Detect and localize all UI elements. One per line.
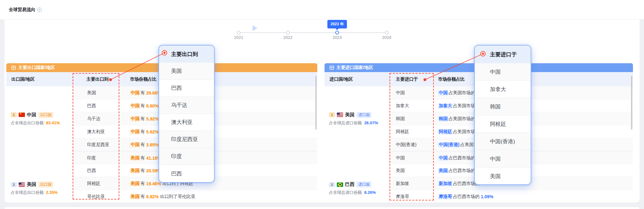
- popup-item: 美国: [159, 63, 214, 80]
- src-cell: 中国: [396, 86, 405, 99]
- importer-tag: 进口国: [356, 112, 372, 118]
- export-group-china: 1 中国 出口国 占全球总出口份额 83.41%: [6, 86, 73, 151]
- share-cell: 中国有3.65%出口到了印度尼西亚: [130, 138, 317, 151]
- export-col-country: 出口国/地区: [11, 72, 35, 86]
- share-cell: 美国有8.82%出口到了哥伦比亚: [130, 190, 317, 203]
- src-cell: 中国(香港): [396, 138, 416, 151]
- src-cell: 阿根廷: [396, 125, 409, 138]
- export-zoom-popup: 主要出口到 美国 巴西 乌干达 澳大利亚 印度尼西亚 印度 巴西: [158, 45, 215, 183]
- src-cell: 新加坡: [396, 177, 409, 190]
- dest-cell: 印度: [87, 151, 96, 164]
- dest-cell: 阿根廷: [87, 177, 100, 190]
- dest-cell: 巴西: [87, 99, 96, 112]
- dest-cell: 巴西: [87, 164, 96, 177]
- importer-tag: 进口国: [356, 181, 372, 187]
- popup-item: 阿根廷: [475, 115, 531, 133]
- dest-cell: 乌干达: [87, 112, 100, 125]
- share-cell: 新加坡占巴西市场的: [438, 177, 633, 190]
- exporter-tag: 出口国: [38, 181, 53, 187]
- next-section-edge: [4, 207, 640, 209]
- share-cell: 美国有19.46%出口到了阿根廷: [130, 177, 317, 190]
- import-group-usa: 1 美国 进口国 占全球总进口份额 26.07%: [325, 86, 389, 151]
- page-header: 全球贸易流向 !: [0, 0, 644, 20]
- popup-item: 印度: [159, 148, 214, 165]
- share-cell: 中国有29.66%出口到了美国: [130, 86, 317, 99]
- popup-item: 中国: [475, 63, 531, 81]
- global-share-value: 8.26%: [364, 190, 376, 195]
- timeline-year-label: 2024: [382, 35, 391, 40]
- play-icon[interactable]: [253, 25, 258, 31]
- share-cell: 韩国占美国市场的: [438, 112, 633, 125]
- share-cell: 摩洛哥占巴西市场的1.09%: [438, 190, 633, 203]
- brazil-flag-icon: [337, 182, 343, 187]
- import-table-scrollbar[interactable]: [631, 76, 632, 130]
- timeline-stop-2023[interactable]: [335, 31, 339, 34]
- src-cell: 加拿大: [396, 99, 409, 112]
- china-flag-icon: [19, 113, 25, 117]
- timeline-year-label: 2023: [333, 35, 342, 40]
- popup-item: 乌干达: [159, 97, 214, 114]
- share-cell: 美国有41.18%出口到了印度: [130, 151, 317, 164]
- share-cell: 中国占巴西市场的: [438, 151, 633, 164]
- import-zoom-popup: 主要进口于 中国 加拿大 韩国 阿根廷 中国(香港) 中国 美国: [474, 45, 531, 185]
- import-table-band-title: 主要进口国家/地区: [337, 65, 373, 71]
- country-name: 巴西: [345, 181, 355, 187]
- usa-flag-icon: [19, 182, 25, 187]
- timeline-stop-2024[interactable]: [385, 31, 389, 34]
- info-icon[interactable]: !: [37, 8, 42, 12]
- share-cell: 阿根廷占美国市场的: [438, 125, 633, 138]
- dest-cell: 美国: [87, 86, 96, 99]
- usa-flag-icon: [337, 113, 343, 117]
- share-cell: 美国占巴西市场的: [438, 164, 633, 177]
- share-cell: 中国有5.92%出口到了乌干达: [130, 112, 317, 125]
- share-cell: 中国有8.60%出口到了巴西: [130, 99, 317, 112]
- import-group-brazil: 2 巴西 进口国 占全球总进口份额 8.26%: [325, 151, 389, 203]
- global-share-value: 83.41%: [46, 120, 60, 125]
- export-table-band-title: 主要出口国家/地区: [18, 65, 55, 71]
- rank-badge: 2: [329, 182, 335, 187]
- dest-cell: 澳大利亚: [87, 125, 105, 138]
- popup-item: 中国(香港): [475, 133, 531, 150]
- popup-item: 澳大利亚: [159, 114, 214, 131]
- country-name: 美国: [345, 112, 355, 118]
- share-cell: 美国有20.59%出口到了巴西: [130, 164, 317, 177]
- timeline-stop-2022[interactable]: [286, 31, 290, 34]
- timeline-year-label: 2021: [234, 35, 243, 40]
- timeline-year-label: 2022: [283, 35, 293, 40]
- exporter-tag: 出口国: [38, 112, 53, 118]
- import-col-share: 市场份额占比: [438, 72, 465, 86]
- share-cell: 中国(香港)占美国市场的: [438, 138, 633, 151]
- share-cell: 加拿大占美国市场的: [438, 99, 633, 112]
- import-zoom-popup-title: 主要进口于: [475, 46, 531, 63]
- global-share-value: 26.07%: [364, 120, 378, 125]
- dest-cell: 哥伦比亚: [87, 190, 105, 203]
- popup-item: 巴西: [159, 80, 214, 97]
- src-cell: 中国: [396, 151, 405, 164]
- rank-badge: 2: [11, 182, 17, 187]
- page-title: 全球贸易流向 !: [9, 0, 42, 20]
- timeline-stop-2021[interactable]: [237, 31, 241, 34]
- export-group-usa: 2 美国 出口国 占全球总出口份额 2.35%: [6, 151, 73, 203]
- export-zoom-popup-title: 主要出口到: [159, 46, 214, 63]
- popup-item: 印度尼西亚: [159, 131, 214, 148]
- global-share-value: 2.35%: [46, 190, 58, 195]
- country-name: 美国: [27, 181, 36, 187]
- popup-item: 加拿大: [475, 81, 531, 98]
- timeline-tooltip: 2023 年: [327, 20, 347, 28]
- timeline-track[interactable]: [239, 32, 387, 33]
- export-col-dest: 主要出口到: [86, 72, 109, 86]
- import-col-country: 进口国/地区: [330, 72, 353, 86]
- global-trade-flow-page: { "theme": { "export_band": "#F5A94D", "…: [0, 0, 644, 209]
- rank-badge: 1: [329, 112, 335, 117]
- table-icon: [330, 65, 334, 70]
- popup-item: 中国: [475, 150, 531, 168]
- dest-cell: 印度尼西亚: [87, 138, 109, 151]
- table-icon: [11, 65, 16, 70]
- page-title-text: 全球贸易流向: [9, 7, 35, 13]
- export-table-scrollbar[interactable]: [315, 76, 317, 130]
- export-col-share: 市场份额占比: [130, 72, 157, 86]
- country-name: 中国: [27, 112, 36, 118]
- popup-item: 巴西: [159, 165, 214, 182]
- share-cell: 中国有5.62%出口到了澳大利亚: [130, 125, 317, 138]
- src-cell: 摩洛哥: [396, 190, 409, 203]
